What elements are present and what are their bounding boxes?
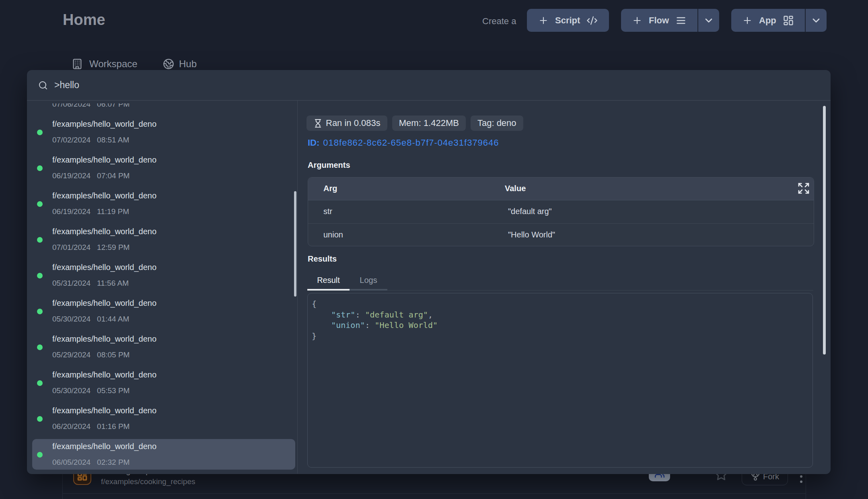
create-flow-dropdown[interactable]	[697, 9, 719, 32]
create-app-label: App	[759, 15, 776, 26]
success-dot	[37, 201, 43, 207]
run-date: 05/31/2024	[52, 279, 91, 287]
success-dot	[37, 273, 43, 278]
run-list-item[interactable]: f/examples/hello_world_deno06/19/202407:…	[32, 153, 295, 183]
argument-value: "Hello World"	[508, 230, 555, 239]
run-list-item[interactable]: f/examples/hello_world_deno07/06/202406:…	[32, 103, 295, 111]
arguments-title: Arguments	[308, 161, 350, 170]
run-timestamp: 07/02/202408:51 AM	[52, 136, 129, 144]
flow-icon	[675, 15, 687, 26]
results-tabs: Result Logs	[307, 264, 813, 291]
create-script-button[interactable]: Script	[527, 9, 609, 32]
code-icon	[586, 15, 598, 26]
run-time: 02:32 PM	[97, 458, 130, 466]
create-script-label: Script	[555, 15, 580, 26]
plus-icon	[538, 15, 549, 26]
chevron-down-icon	[810, 15, 822, 26]
run-list-item[interactable]: f/examples/hello_world_deno07/01/202412:…	[32, 224, 295, 255]
run-title: f/examples/hello_world_deno	[52, 298, 156, 308]
run-list-item[interactable]: f/examples/hello_world_deno05/29/202408:…	[32, 332, 295, 362]
run-date: 05/30/2024	[52, 315, 91, 323]
success-dot	[37, 452, 43, 458]
tab-logs[interactable]: Logs	[350, 264, 387, 291]
plus-icon	[742, 15, 753, 26]
run-time: 08:05 PM	[97, 351, 130, 359]
tag-badge: Tag: deno	[471, 115, 523, 131]
arg-column-header: Arg	[323, 184, 337, 193]
tab-result[interactable]: Result	[307, 264, 350, 291]
success-dot	[37, 237, 43, 243]
create-flow-button[interactable]: Flow	[621, 9, 697, 32]
create-app-dropdown[interactable]	[805, 9, 827, 32]
run-title: f/examples/hello_world_deno	[52, 155, 156, 165]
create-a-label: Create a	[482, 16, 516, 27]
run-date: 06/19/2024	[52, 207, 91, 216]
argument-name: str	[323, 207, 332, 216]
building-icon	[72, 58, 83, 70]
expand-icon[interactable]	[797, 182, 810, 195]
results-title: Results	[308, 254, 337, 264]
run-title: f/examples/hello_world_deno	[52, 369, 156, 380]
run-time: 11:19 PM	[97, 207, 129, 216]
run-timestamp: 06/20/202401:16 PM	[52, 422, 130, 431]
run-title: f/examples/hello_world_deno	[52, 262, 156, 272]
search-input[interactable]: >hello	[54, 80, 79, 91]
argument-row: str"default arg"	[308, 200, 814, 224]
tag-label: Tag: deno	[477, 118, 516, 128]
run-date: 06/19/2024	[52, 171, 91, 180]
result-json-box[interactable]: { "str": "default arg", "union": "Hello …	[307, 293, 813, 468]
search-icon	[38, 80, 48, 90]
ran-in-badge: Ran in 0.083s	[306, 115, 387, 131]
run-title: f/examples/hello_world_deno	[52, 441, 156, 452]
ran-in-label: Ran in 0.083s	[326, 118, 381, 128]
create-flow-label: Flow	[649, 15, 669, 26]
run-timestamp: 06/05/202402:32 PM	[52, 458, 130, 467]
hourglass-icon	[313, 119, 323, 128]
success-dot	[37, 309, 43, 314]
run-list-item[interactable]: f/examples/hello_world_deno05/31/202411:…	[32, 260, 295, 291]
run-timestamp: 05/29/202408:05 PM	[52, 351, 130, 359]
run-list-item[interactable]: f/examples/hello_world_deno05/30/202401:…	[32, 296, 295, 326]
chevron-down-icon	[703, 15, 714, 26]
badges-row: Ran in 0.083s Mem: 1.422MB Tag: deno	[306, 115, 523, 131]
command-palette-modal: >hello f/examples/hello_world_deno07/06/…	[27, 70, 831, 474]
tab-workspace[interactable]: Workspace	[72, 58, 138, 70]
run-list-item[interactable]: f/examples/hello_world_deno06/20/202401:…	[32, 403, 295, 434]
tab-hub[interactable]: Hub	[163, 58, 197, 70]
run-time: 07:04 PM	[97, 171, 130, 180]
arguments-table-header: Arg Value	[308, 177, 814, 200]
create-flow-group: Flow	[621, 9, 719, 32]
run-date: 07/02/2024	[52, 136, 91, 144]
run-time: 01:44 AM	[97, 315, 129, 323]
search-row: >hello	[27, 70, 831, 101]
run-time: 11:56 AM	[97, 279, 129, 287]
run-detail-panel: Ran in 0.083s Mem: 1.422MB Tag: deno ID:…	[298, 101, 831, 474]
run-timestamp: 07/06/202406:07 PM	[52, 103, 130, 109]
argument-name: union	[323, 230, 343, 239]
plus-icon	[632, 15, 642, 26]
create-app-group: App	[731, 9, 827, 32]
run-timestamp: 06/19/202407:04 PM	[52, 171, 130, 180]
detail-scrollbar[interactable]	[823, 106, 826, 355]
run-list-item[interactable]: f/examples/hello_world_deno07/02/202408:…	[32, 117, 295, 147]
run-date: 07/06/2024	[52, 103, 91, 108]
run-id-line[interactable]: ID:018fe862-8c62-65e8-b7f7-04e31f379646	[308, 138, 499, 148]
memory-label: Mem: 1.422MB	[399, 118, 459, 128]
run-title: f/examples/hello_world_deno	[52, 190, 156, 201]
divider	[63, 493, 806, 494]
create-app-button[interactable]: App	[731, 9, 805, 32]
layout-dashboard-icon	[783, 15, 794, 26]
argument-row: union"Hello World"	[308, 224, 814, 247]
arguments-table: Arg Value str"default arg"union"Hello Wo…	[308, 177, 814, 246]
run-list-item[interactable]: f/examples/hello_world_deno05/30/202405:…	[32, 367, 295, 398]
run-list-item[interactable]: f/examples/hello_world_deno06/05/202402:…	[32, 439, 295, 470]
run-date: 05/30/2024	[52, 386, 91, 395]
run-list-item[interactable]: f/examples/hello_world_deno06/19/202411:…	[32, 188, 295, 219]
run-time: 08:51 AM	[97, 136, 129, 144]
value-column-header: Value	[505, 184, 526, 193]
run-id-value: 018fe862-8c62-65e8-b7f7-04e31f379646	[323, 138, 499, 148]
run-id-label: ID:	[308, 138, 319, 148]
run-timestamp: 07/01/202412:59 PM	[52, 243, 130, 252]
success-dot	[37, 380, 43, 386]
runs-scrollbar[interactable]	[294, 191, 296, 297]
